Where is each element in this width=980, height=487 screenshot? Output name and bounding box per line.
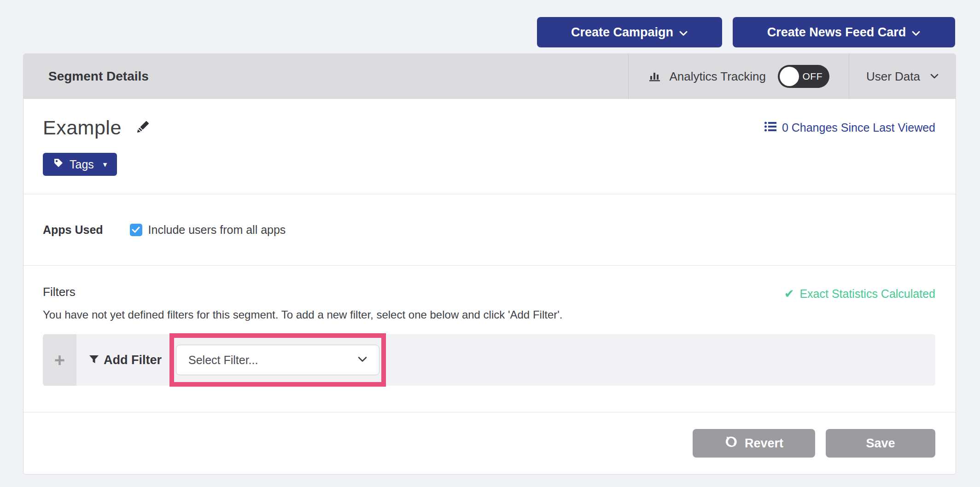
add-filter-button[interactable]: Add Filter [89,353,162,367]
analytics-tracking-block: Analytics Tracking OFF [628,54,849,99]
user-data-dropdown[interactable]: User Data [849,54,956,99]
edit-name-button[interactable] [134,119,151,137]
select-filter-placeholder: Select Filter... [188,354,258,367]
revert-label: Revert [745,436,783,451]
filters-section: Filters ✔ Exact Statistics Calculated Yo… [23,265,956,412]
create-news-feed-card-button[interactable]: Create News Feed Card [733,17,955,47]
revert-button[interactable]: Revert [693,429,815,458]
user-data-label: User Data [866,70,920,84]
exact-statistics-status: ✔ Exact Statistics Calculated [784,287,935,301]
include-all-apps-option[interactable]: Include users from all apps [130,223,286,237]
save-button[interactable]: Save [826,429,935,458]
exact-statistics-label: Exact Statistics Calculated [799,287,935,301]
segment-name: Example [43,116,122,139]
filters-description: You have not yet defined filters for thi… [43,308,935,321]
toggle-knob [780,67,799,86]
analytics-tracking-label: Analytics Tracking [669,70,766,84]
include-all-apps-checkbox[interactable] [130,224,142,236]
annotation-highlight-box: Select Filter... [169,333,386,387]
list-icon [764,121,776,134]
tags-button[interactable]: Tags ▾ [43,153,117,176]
add-filter-plus-button[interactable]: + [43,334,76,386]
include-all-apps-label: Include users from all apps [148,223,286,237]
changes-link-label: 0 Changes Since Last Viewed [782,121,935,134]
segment-title-section: Example [23,99,956,194]
chevron-down-icon [679,25,688,40]
apps-used-section: Apps Used Include users from all apps [23,194,956,265]
toggle-state-label: OFF [803,71,823,82]
bar-chart-icon [648,69,662,84]
add-filter-label: Add Filter [104,353,162,367]
select-filter-dropdown[interactable]: Select Filter... [176,345,379,375]
create-campaign-label: Create Campaign [571,25,673,40]
create-campaign-button[interactable]: Create Campaign [537,17,722,47]
chevron-down-icon [911,25,921,40]
filter-funnel-icon [89,353,99,367]
apps-used-label: Apps Used [43,223,103,237]
changes-since-last-viewed-link[interactable]: 0 Changes Since Last Viewed [764,121,935,134]
analytics-tracking-toggle[interactable]: OFF [778,65,829,88]
chevron-down-icon [930,72,939,81]
segment-details-card: Segment Details Analytics Tracking OFF U… [23,53,956,475]
tag-icon [53,157,64,171]
create-news-feed-card-label: Create News Feed Card [767,25,906,40]
revert-icon [724,435,737,452]
card-header: Segment Details Analytics Tracking OFF U… [23,54,956,99]
tags-button-label: Tags [70,158,94,171]
pencil-icon [134,119,151,137]
page-title: Segment Details [23,69,628,84]
add-filter-row: + Add Filter Select Filter... [43,334,935,386]
card-footer: Revert Save [23,412,956,474]
save-label: Save [866,436,895,451]
check-icon: ✔ [784,287,794,301]
chevron-down-icon [358,356,367,364]
caret-down-icon: ▾ [103,160,107,169]
